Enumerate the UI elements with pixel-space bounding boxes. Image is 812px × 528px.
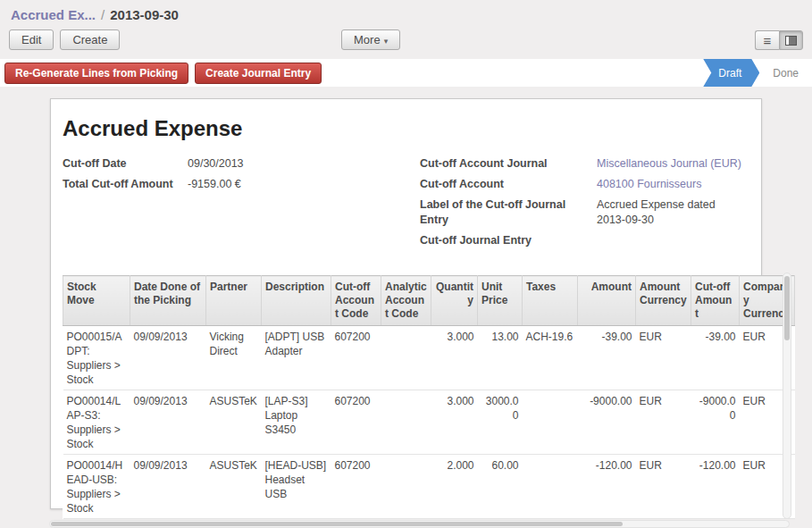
col-unit-price[interactable]: Unit Price: [478, 276, 523, 326]
cell-amount-currency: EUR: [636, 390, 691, 455]
cell-description: [ADPT] USB Adapter: [262, 326, 331, 390]
table-row[interactable]: PO00015/ADPT: Suppliers > Stock 09/09/20…: [63, 326, 795, 390]
more-label: More: [354, 33, 381, 46]
cell-amount-currency: EUR: [636, 455, 691, 519]
cell-quantity: 3.000: [431, 326, 478, 390]
table-header-row: Stock Move Date Done of the Picking Part…: [63, 276, 795, 326]
field-label: Cut-off Account: [420, 177, 597, 192]
cell-stock-move: PO00014/HEAD-USB: Suppliers > Stock: [63, 455, 130, 519]
list-view-button[interactable]: ≡: [755, 30, 779, 50]
cell-cutoff-amount: -120.00: [691, 455, 740, 519]
col-amount[interactable]: Amount: [578, 276, 636, 326]
cell-account-code: 607200: [331, 326, 381, 390]
cell-amount-currency: EUR: [636, 326, 691, 390]
field-label: Label of the Cut-off Journal Entry: [420, 197, 597, 228]
field-cutoff-account: Cut-off Account 408100 Fournisseurs: [420, 177, 761, 192]
field-groups: Cut-off Date 09/30/2013 Total Cut-off Am…: [63, 156, 761, 254]
form-view-button[interactable]: [779, 30, 803, 50]
field-group-left: Cut-off Date 09/30/2013 Total Cut-off Am…: [63, 156, 420, 254]
breadcrumb-separator: /: [101, 7, 105, 22]
field-cutoff-date: Cut-off Date 09/30/2013: [63, 156, 420, 172]
col-date-done[interactable]: Date Done of the Picking: [130, 276, 206, 326]
cell-unit-price: 13.00: [478, 326, 523, 390]
horizontal-scrollbar: [49, 520, 790, 528]
cell-account-code: 607200: [331, 455, 381, 519]
cell-quantity: 2.000: [431, 455, 478, 519]
statusbar: Draft Done: [703, 59, 812, 87]
col-description[interactable]: Description: [262, 276, 331, 326]
col-taxes[interactable]: Taxes: [523, 276, 578, 326]
caret-down-icon: ▾: [384, 37, 389, 46]
field-label: Cut-off Date: [63, 156, 188, 172]
cell-description: [HEAD-USB] Headset USB: [262, 455, 331, 519]
form-view-icon: [785, 36, 797, 46]
breadcrumb-parent-link[interactable]: Accrued Ex...: [11, 7, 96, 22]
journal-entry-label-value: Accrued Expense dated 2013-09-30: [597, 197, 720, 228]
cell-amount: -9000.00: [578, 390, 636, 455]
cell-date-done: 09/09/2013: [130, 455, 206, 519]
field-label: Total Cut-off Amount: [63, 177, 188, 192]
cell-unit-price: 60.00: [478, 455, 523, 519]
cell-date-done: 09/09/2013: [130, 390, 206, 455]
cell-analytic-code: [381, 390, 431, 455]
cell-amount: -39.00: [578, 326, 636, 390]
table-row[interactable]: PO00014/LAP-S3: Suppliers > Stock 09/09/…: [63, 390, 795, 455]
cell-taxes: ACH-19.6: [523, 326, 578, 390]
toolbar: Edit Create More▾ ≡: [0, 25, 812, 59]
col-partner[interactable]: Partner: [206, 276, 262, 326]
cell-partner: Vicking Direct: [206, 326, 262, 390]
cell-description: [LAP-S3] Laptop S3450: [262, 390, 331, 455]
status-done[interactable]: Done: [759, 59, 812, 87]
breadcrumb: Accrued Ex... / 2013-09-30: [0, 0, 812, 25]
cell-stock-move: PO00014/LAP-S3: Suppliers > Stock: [63, 390, 130, 455]
cell-analytic-code: [381, 326, 431, 390]
cell-taxes: [523, 455, 578, 519]
cell-account-code: 607200: [331, 390, 381, 455]
total-cutoff-amount-value: -9159.00 €: [188, 177, 241, 192]
field-group-right: Cut-off Account Journal Miscellaneous Jo…: [420, 156, 761, 254]
cell-stock-move: PO00015/ADPT: Suppliers > Stock: [63, 326, 130, 390]
regenerate-lines-button[interactable]: Re-Generate Lines from Picking: [4, 63, 188, 84]
cell-cutoff-amount: -9000.00: [691, 390, 740, 455]
cell-partner: ASUSTeK: [206, 455, 262, 519]
field-cutoff-journal-entry: Cut-off Journal Entry: [420, 233, 761, 248]
list-view-icon: ≡: [764, 34, 772, 47]
col-quantity[interactable]: Quantity: [431, 276, 478, 326]
cell-taxes: [523, 390, 578, 455]
col-cutoff-amount[interactable]: Cut-off Amount: [691, 276, 740, 326]
create-journal-entry-button[interactable]: Create Journal Entry: [195, 63, 322, 84]
create-button[interactable]: Create: [60, 29, 120, 50]
vertical-scrollbar-thumb[interactable]: [784, 276, 790, 340]
field-label: Cut-off Account Journal: [420, 156, 597, 172]
col-amount-currency[interactable]: Amount Currency: [636, 276, 691, 326]
cell-unit-price: 3000.00: [478, 390, 523, 455]
edit-button[interactable]: Edit: [9, 29, 54, 50]
horizontal-scrollbar-thumb[interactable]: [51, 522, 623, 526]
col-account-code[interactable]: Cut-off Account Code: [331, 276, 381, 326]
cell-amount: -120.00: [578, 455, 636, 519]
breadcrumb-current: 2013-09-30: [110, 7, 179, 22]
field-journal-entry-label: Label of the Cut-off Journal Entry Accru…: [420, 197, 761, 228]
cutoff-lines-table: Stock Move Date Done of the Picking Part…: [63, 275, 795, 519]
status-draft[interactable]: Draft: [703, 59, 759, 87]
content-area: Accrued Expense Cut-off Date 09/30/2013 …: [0, 87, 812, 509]
field-total-cutoff-amount: Total Cut-off Amount -9159.00 €: [63, 177, 420, 192]
cell-date-done: 09/09/2013: [130, 326, 206, 390]
cell-partner: ASUSTeK: [206, 390, 262, 455]
cutoff-account-link[interactable]: 408100 Fournisseurs: [597, 177, 701, 192]
field-cutoff-account-journal: Cut-off Account Journal Miscellaneous Jo…: [420, 156, 761, 172]
col-stock-move[interactable]: Stock Move: [63, 276, 130, 326]
cell-analytic-code: [381, 455, 431, 519]
table-row[interactable]: PO00014/HEAD-USB: Suppliers > Stock 09/0…: [63, 455, 795, 519]
action-bar: Re-Generate Lines from Picking Create Jo…: [0, 59, 812, 87]
cutoff-date-value: 09/30/2013: [188, 156, 244, 172]
view-switcher: ≡: [755, 30, 803, 50]
vertical-scrollbar: [783, 272, 791, 519]
page-title: Accrued Expense: [63, 115, 761, 142]
cutoff-account-journal-link[interactable]: Miscellaneous Journal (EUR): [597, 156, 741, 172]
col-analytic-code[interactable]: Analytic Account Code: [381, 276, 431, 326]
cell-quantity: 3.000: [431, 390, 478, 455]
more-button[interactable]: More▾: [341, 29, 400, 50]
cell-cutoff-amount: -39.00: [691, 326, 740, 390]
form-sheet: Accrued Expense Cut-off Date 09/30/2013 …: [50, 98, 762, 509]
